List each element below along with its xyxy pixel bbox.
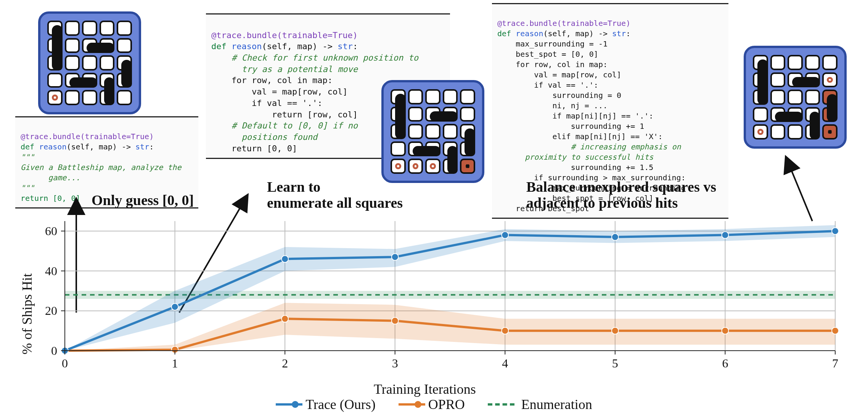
ship-icon xyxy=(757,59,768,105)
board-cell xyxy=(788,124,803,140)
ship-icon xyxy=(792,77,820,88)
series-marker xyxy=(392,253,399,260)
board-cell xyxy=(822,72,837,88)
kw-def: def xyxy=(211,42,231,51)
decorator: @trace.bundle(trainable=True) xyxy=(211,30,358,40)
legend-item-enumeration: Enumeration xyxy=(488,396,592,412)
line: max_surrounding = -1 xyxy=(497,39,608,48)
board-cell xyxy=(788,90,803,105)
line: val = map[row, col] xyxy=(211,87,348,96)
board-cell xyxy=(117,38,132,53)
line: surrounding += 1 xyxy=(497,122,644,131)
board-cell xyxy=(753,124,768,140)
args: (self, map) -> xyxy=(66,142,135,151)
legend-item-trace: Trace (Ours) xyxy=(276,396,376,412)
board-cell xyxy=(47,90,63,105)
x-tick-label: 4 xyxy=(502,356,508,370)
board-cell xyxy=(460,107,475,122)
board-cell xyxy=(822,55,837,70)
board-cell xyxy=(408,107,423,122)
series-marker xyxy=(172,303,178,310)
ship-icon xyxy=(827,94,837,122)
series-marker xyxy=(281,315,288,322)
caption-balance: Balance unexplored squares vs adjacent t… xyxy=(526,179,716,211)
board-cell xyxy=(408,89,423,104)
ship-icon xyxy=(87,43,114,53)
ship-icon xyxy=(69,77,97,88)
x-tick-label: 1 xyxy=(172,356,178,370)
legend-label: Trace (Ours) xyxy=(305,396,376,412)
line: val = map[row, col] xyxy=(497,70,621,79)
battleship-board-balance xyxy=(744,46,847,149)
series-marker xyxy=(722,232,728,239)
y-tick-label: 60 xyxy=(45,224,57,238)
board-cell xyxy=(100,21,115,36)
board-cell xyxy=(770,124,786,140)
fn-name: reason xyxy=(39,142,66,151)
line: surrounding = 0 xyxy=(497,91,621,100)
ship-icon xyxy=(430,111,458,122)
ship-icon xyxy=(395,94,406,139)
legend-marker-icon xyxy=(415,401,421,408)
board-cell xyxy=(460,89,475,104)
ship-icon xyxy=(465,128,475,156)
line: if map[ni][nj] == '.': xyxy=(497,111,653,120)
legend-marker-icon xyxy=(292,401,299,408)
series-marker xyxy=(832,327,839,334)
series-marker xyxy=(612,234,619,241)
svg-line-2 xyxy=(786,156,812,221)
line: for row, col in map: xyxy=(497,60,608,69)
chart-legend: Trace (Ours) OPRO Enumeration xyxy=(0,396,868,412)
fn-name: reason xyxy=(516,29,543,38)
board-cell xyxy=(117,21,132,36)
caption-only-guess: Only guess [0, 0] xyxy=(92,192,194,208)
series-marker xyxy=(392,318,399,324)
board-cell xyxy=(460,159,475,174)
board-cell xyxy=(770,90,786,105)
decorator: @trace.bundle(trainable=True) xyxy=(21,132,154,141)
line: surrounding += 1.5 xyxy=(497,163,653,172)
x-tick-label: 5 xyxy=(612,356,618,370)
fn-name: reason xyxy=(231,42,262,51)
y-tick-label: 40 xyxy=(45,264,57,278)
x-tick-label: 2 xyxy=(282,356,288,370)
x-tick-label: 6 xyxy=(722,356,728,370)
board-cell xyxy=(117,90,132,105)
board-cell xyxy=(408,124,423,139)
miss-icon xyxy=(413,163,419,169)
y-tick-label: 0 xyxy=(51,344,57,358)
ship-icon xyxy=(121,60,132,88)
return-stmt: return [0, 0] xyxy=(21,194,80,203)
miss-icon xyxy=(52,95,58,101)
legend-item-opro: OPRO xyxy=(399,396,465,412)
hit-icon xyxy=(827,129,833,135)
board-cell xyxy=(443,89,458,104)
ship-icon xyxy=(447,146,458,174)
kw-def: def xyxy=(497,29,516,38)
args: (self, map) -> xyxy=(262,42,338,51)
series-marker xyxy=(722,327,728,334)
miss-icon xyxy=(757,129,764,135)
board-cell xyxy=(770,55,786,70)
miss-icon xyxy=(430,163,436,169)
miss-icon xyxy=(827,77,833,83)
series-marker xyxy=(612,327,619,334)
board-cell xyxy=(408,159,423,174)
board-cell xyxy=(65,21,80,36)
board-cell xyxy=(805,55,820,70)
args: (self, map) -> xyxy=(543,29,612,38)
ship-icon xyxy=(775,112,803,122)
board-cell xyxy=(65,38,80,53)
board-cell xyxy=(82,55,97,71)
x-tick-label: 7 xyxy=(832,356,838,370)
line: for row, col in map: xyxy=(211,75,333,85)
board-cell xyxy=(82,90,97,105)
board-cell xyxy=(425,89,440,104)
board-cell xyxy=(65,90,80,105)
ship-icon xyxy=(810,112,820,140)
line: if val == '.': xyxy=(211,98,322,108)
series-marker xyxy=(281,255,288,262)
board-cell xyxy=(391,159,406,174)
series-marker xyxy=(832,228,839,234)
board-cell xyxy=(100,55,115,71)
